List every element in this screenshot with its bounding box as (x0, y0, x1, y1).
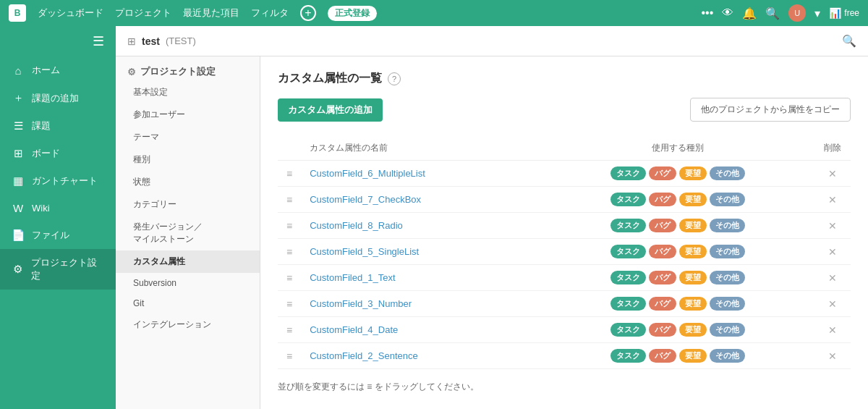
sidebar-item-gantt-label: ガントチャート (32, 174, 98, 187)
sidebar-item-tasks[interactable]: ☰ 課題 (0, 112, 116, 140)
drag-handle[interactable]: ≡ (286, 220, 292, 232)
delete-button[interactable]: ✕ (828, 298, 837, 310)
tag-要望: 要望 (679, 271, 707, 284)
field-tags: タスクバグ要望その他 (549, 297, 806, 311)
action-bar: カスタム属性の追加 他のプロジェクトから属性をコピー (278, 98, 851, 122)
th-types: 使用する種別 (540, 136, 814, 161)
table-row: ≡CustomField_7_CheckBoxタスクバグ要望その他✕ (278, 187, 851, 213)
drag-handle[interactable]: ≡ (286, 194, 292, 206)
tag-要望: 要望 (679, 193, 707, 206)
sidebar-item-add-task[interactable]: ＋ 課題の追加 (0, 84, 116, 112)
sec-sidebar-subversion[interactable]: Subversion (116, 273, 260, 293)
sec-sidebar-category[interactable]: カテゴリー (116, 193, 260, 216)
drag-handle[interactable]: ≡ (286, 168, 292, 180)
app-logo[interactable]: B (9, 4, 26, 22)
sec-sidebar-version[interactable]: 発生バージョン／ マイルストーン (116, 216, 260, 250)
tag-その他: その他 (710, 245, 745, 258)
tag-バグ: バグ (649, 193, 676, 206)
chevron-down-icon[interactable]: ▾ (814, 7, 820, 20)
sec-sidebar-basic[interactable]: 基本設定 (116, 81, 260, 104)
nav-recent[interactable]: 最近見た項目 (183, 7, 239, 20)
custom-fields-table: カスタム属性の名前 使用する種別 削除 ≡CustomField_6_Multi… (278, 136, 851, 369)
tag-タスク: タスク (610, 323, 646, 337)
sec-sidebar-theme[interactable]: テーマ (116, 126, 260, 148)
sidebar-item-project-settings[interactable]: ⚙ プロジェクト設定 (0, 249, 116, 290)
sub-search-icon[interactable]: 🔍 (842, 34, 856, 48)
drag-handle[interactable]: ≡ (286, 324, 292, 336)
field-name[interactable]: CustomField_2_Sentence (310, 350, 418, 361)
delete-button[interactable]: ✕ (828, 350, 837, 362)
eye-icon[interactable]: 👁 (722, 7, 733, 20)
bell-icon[interactable]: 🔔 (742, 7, 757, 20)
sidebar-item-tasks-label: 課題 (32, 119, 51, 132)
table-row: ≡CustomField_8_Radioタスクバグ要望その他✕ (278, 213, 851, 239)
tag-タスク: タスク (610, 271, 646, 284)
secondary-sidebar: ⚙ プロジェクト設定 基本設定 参加ユーザー テーマ 種別 状態 カテゴリー 発… (116, 56, 260, 409)
drag-handle[interactable]: ≡ (286, 350, 292, 362)
plan-label: free (844, 8, 859, 18)
field-name[interactable]: CustomField_6_MultipleList (310, 168, 425, 179)
sec-sidebar-section-settings[interactable]: ⚙ プロジェクト設定 (116, 56, 260, 81)
tag-タスク: タスク (610, 219, 646, 232)
sidebar-item-home[interactable]: ⌂ ホーム (0, 56, 116, 84)
th-name: カスタム属性の名前 (301, 136, 540, 161)
list-icon: ☰ (12, 119, 25, 132)
tag-その他: その他 (710, 219, 745, 232)
delete-button[interactable]: ✕ (828, 220, 837, 232)
drag-handle[interactable]: ≡ (286, 246, 292, 258)
sec-sidebar-kind[interactable]: 種別 (116, 148, 260, 171)
delete-button[interactable]: ✕ (828, 246, 837, 258)
field-tags: タスクバグ要望その他 (549, 323, 806, 337)
top-nav: B ダッシュボード プロジェクト 最近見た項目 フィルタ + 正式登録 ••• … (0, 0, 868, 26)
sidebar-item-board-label: ボード (32, 147, 60, 160)
nav-filter[interactable]: フィルタ (251, 7, 289, 20)
tag-タスク: タスク (610, 193, 646, 206)
search-icon[interactable]: 🔍 (765, 7, 780, 20)
sec-sidebar-git[interactable]: Git (116, 293, 260, 313)
tag-タスク: タスク (610, 297, 646, 311)
plan-indicator: 📊 free (829, 7, 859, 19)
copy-from-project-button[interactable]: 他のプロジェクトから属性をコピー (690, 98, 851, 122)
field-name[interactable]: CustomField_4_Date (310, 324, 398, 335)
tag-その他: その他 (710, 193, 745, 206)
table-row: ≡CustomField_5_SingleListタスクバグ要望その他✕ (278, 239, 851, 265)
more-icon[interactable]: ••• (702, 7, 714, 20)
field-name[interactable]: CustomFiled_1_Text (310, 272, 396, 283)
tag-バグ: バグ (649, 297, 676, 311)
delete-button[interactable]: ✕ (828, 272, 837, 284)
sec-sidebar-custom[interactable]: カスタム属性 (116, 250, 260, 273)
sidebar-item-wiki[interactable]: W Wiki (0, 195, 116, 222)
field-name[interactable]: CustomField_5_SingleList (310, 246, 419, 257)
nav-projects[interactable]: プロジェクト (115, 7, 171, 20)
field-name[interactable]: CustomField_8_Radio (310, 220, 403, 231)
sec-sidebar-status[interactable]: 状態 (116, 171, 260, 193)
page-header: カスタム属性の一覧 ? (278, 71, 851, 86)
field-name[interactable]: CustomField_7_CheckBox (310, 194, 421, 205)
nav-dashboard[interactable]: ダッシュボード (38, 7, 103, 20)
field-name[interactable]: CustomField_3_Number (310, 298, 412, 309)
sidebar-item-files[interactable]: 📄 ファイル (0, 222, 116, 249)
sidebar-item-gantt[interactable]: ▦ ガントチャート (0, 167, 116, 195)
add-custom-field-button[interactable]: カスタム属性の追加 (278, 98, 383, 122)
tag-タスク: タスク (610, 166, 646, 180)
delete-button[interactable]: ✕ (828, 168, 837, 180)
sidebar-item-board[interactable]: ⊞ ボード (0, 140, 116, 167)
tag-タスク: タスク (610, 349, 646, 363)
tag-要望: 要望 (679, 323, 707, 337)
footer-note: 並び順を変更するには ≡ をドラッグしてください。 (278, 381, 851, 393)
register-button[interactable]: 正式登録 (328, 6, 377, 21)
left-sidebar: ☰ ⌂ ホーム ＋ 課題の追加 ☰ 課題 ⊞ ボード ▦ ガントチャート W W… (0, 26, 116, 409)
user-avatar[interactable]: U (788, 4, 806, 22)
drag-handle[interactable]: ≡ (286, 272, 292, 284)
sidebar-toggle[interactable]: ☰ (0, 26, 116, 56)
drag-handle[interactable]: ≡ (286, 298, 292, 310)
tag-タスク: タスク (610, 245, 646, 258)
top-nav-icons: ••• 👁 🔔 🔍 U ▾ 📊 free (702, 4, 860, 22)
add-button[interactable]: + (300, 5, 316, 21)
help-icon[interactable]: ? (388, 72, 401, 85)
sec-sidebar-members[interactable]: 参加ユーザー (116, 104, 260, 126)
field-tags: タスクバグ要望その他 (549, 349, 806, 363)
delete-button[interactable]: ✕ (828, 194, 837, 206)
delete-button[interactable]: ✕ (828, 324, 837, 336)
sec-sidebar-integration[interactable]: インテグレーション (116, 313, 260, 336)
